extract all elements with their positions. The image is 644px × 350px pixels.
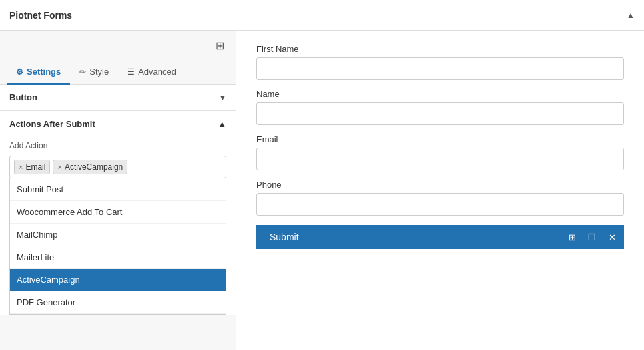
left-panel-scroll: Button ▼ Actions After Submit ▲ Add Acti… [0, 85, 236, 350]
collapse-icon[interactable]: ▲ [627, 11, 635, 20]
add-action-label: Add Action [0, 137, 236, 153]
submit-close-icon[interactable]: ✕ [603, 228, 621, 246]
tag-email-label: Email [25, 162, 45, 172]
tag-activecampaign-label: ActiveCampaign [65, 162, 123, 172]
tab-style-label: Style [89, 67, 109, 77]
dropdown-item-mailerlite[interactable]: MailerLite [10, 246, 226, 269]
panel-header: Piotnet Forms ▲ [0, 0, 644, 31]
button-section-label: Button [9, 92, 37, 102]
tag-email-remove[interactable]: × [19, 163, 23, 171]
actions-header[interactable]: Actions After Submit ▲ [0, 111, 236, 137]
tab-style[interactable]: ✏ Style [70, 60, 118, 85]
app-container: Piotnet Forms ▲ ⊞ ⚙ Settings ✏ Style ☰ [0, 0, 644, 350]
tab-settings[interactable]: ⚙ Settings [7, 60, 70, 85]
submit-copy-icon[interactable]: ❐ [583, 228, 601, 246]
actions-after-submit-section: Actions After Submit ▲ Add Action × Emai… [0, 111, 236, 315]
submit-button[interactable]: Submit [256, 225, 312, 249]
dropdown-item-pdf-generator[interactable]: PDF Generator [10, 291, 226, 314]
dropdown-item-submit-post[interactable]: Submit Post [10, 178, 226, 201]
label-name: Name [256, 89, 624, 99]
tab-settings-label: Settings [27, 67, 61, 77]
main-layout: ⊞ ⚙ Settings ✏ Style ☰ Advanced [0, 31, 644, 350]
button-chevron-icon: ▼ [219, 94, 226, 102]
actions-chevron-icon: ▲ [218, 119, 226, 129]
submit-row: Submit ⊞ ❐ ✕ [256, 225, 624, 249]
input-name[interactable] [256, 102, 624, 125]
tabs-bar: ⚙ Settings ✏ Style ☰ Advanced [0, 60, 236, 85]
form-field-name: Name [256, 89, 624, 125]
submit-grid-icon[interactable]: ⊞ [563, 228, 581, 246]
dropdown-item-mailchimp[interactable]: MailChimp [10, 224, 226, 246]
right-panel: First Name Name Email Phone Submit ⊞ [236, 31, 644, 350]
label-first-name: First Name [256, 44, 624, 54]
button-section-header[interactable]: Button ▼ [0, 85, 236, 110]
left-panel: ⊞ ⚙ Settings ✏ Style ☰ Advanced [0, 31, 236, 350]
input-phone[interactable] [256, 193, 624, 216]
tag-input-wrapper[interactable]: × Email × ActiveCampaign [9, 156, 226, 178]
tag-email: × Email [14, 160, 50, 174]
label-phone: Phone [256, 180, 624, 190]
tab-advanced[interactable]: ☰ Advanced [118, 60, 186, 85]
input-email[interactable] [256, 148, 624, 170]
dropdown-item-activecampaign[interactable]: ActiveCampaign [10, 269, 226, 291]
actions-section-label: Actions After Submit [9, 119, 95, 129]
dropdown-item-woocommerce[interactable]: Woocommerce Add To Cart [10, 201, 226, 224]
icon-bar: ⊞ [0, 31, 236, 60]
input-first-name[interactable] [256, 57, 624, 80]
dropdown-list: Submit Post Woocommerce Add To Cart Mail… [9, 178, 226, 315]
advanced-icon: ☰ [127, 67, 135, 77]
button-section: Button ▼ [0, 85, 236, 111]
tag-activecampaign: × ActiveCampaign [53, 160, 127, 174]
submit-actions: ⊞ ❐ ✕ [563, 228, 624, 246]
grid-view-icon[interactable]: ⊞ [210, 36, 229, 55]
tab-advanced-label: Advanced [138, 67, 176, 77]
panel-title: Piotnet Forms [9, 10, 72, 21]
settings-icon: ⚙ [16, 67, 23, 77]
style-icon: ✏ [79, 67, 86, 77]
form-field-email: Email [256, 134, 624, 170]
form-field-phone: Phone [256, 180, 624, 216]
form-field-first-name: First Name [256, 44, 624, 80]
label-email: Email [256, 134, 624, 144]
tag-activecampaign-remove[interactable]: × [57, 163, 61, 171]
